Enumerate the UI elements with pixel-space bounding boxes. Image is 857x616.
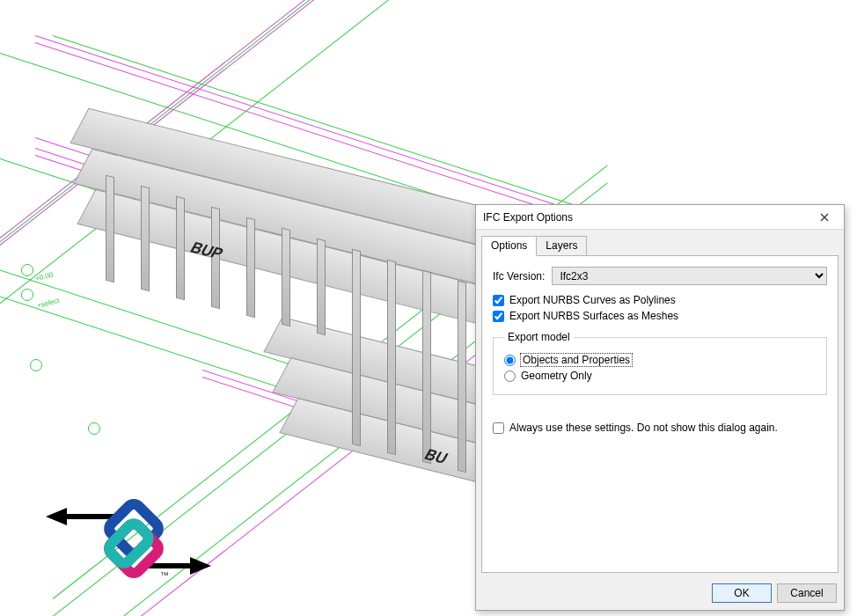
ifc-version-dropdown[interactable]: Ifc2x3 bbox=[552, 267, 827, 285]
label-geometry-only: Geometry Only bbox=[521, 370, 592, 382]
export-model-legend: Export model bbox=[504, 331, 574, 343]
ok-button[interactable]: OK bbox=[712, 583, 772, 603]
dialog-titlebar[interactable]: IFC Export Options bbox=[476, 205, 844, 230]
ifc-export-dialog: IFC Export Options Options Layers Ifc Ve… bbox=[475, 204, 845, 611]
tab-content-options: Ifc Version: Ifc2x3 Export NURBS Curves … bbox=[481, 255, 839, 573]
ifc-version-label: Ifc Version: bbox=[493, 270, 545, 282]
close-button[interactable] bbox=[810, 208, 839, 227]
export-model-group: Export model Objects and Properties Geom… bbox=[493, 331, 827, 395]
tabstrip: Options Layers bbox=[476, 230, 844, 255]
bim-logo: ™ bbox=[46, 493, 204, 590]
checkbox-nurbs-curves[interactable] bbox=[493, 295, 504, 306]
checkbox-always-use-settings[interactable] bbox=[493, 422, 504, 434]
label-always-use-settings: Always use these settings. Do not show t… bbox=[509, 422, 778, 434]
label-nurbs-curves: Export NURBS Curves as Polylines bbox=[509, 294, 676, 306]
dialog-footer: OK Cancel bbox=[476, 578, 844, 610]
tab-layers[interactable]: Layers bbox=[536, 236, 587, 256]
checkbox-nurbs-surfaces[interactable] bbox=[493, 311, 504, 322]
close-icon bbox=[820, 213, 829, 222]
tab-options[interactable]: Options bbox=[481, 236, 537, 256]
label-objects-properties: Objects and Properties bbox=[521, 354, 632, 366]
trademark: ™ bbox=[160, 570, 169, 580]
radio-geometry-only[interactable] bbox=[504, 370, 516, 382]
cancel-button[interactable]: Cancel bbox=[777, 583, 837, 603]
dialog-title: IFC Export Options bbox=[483, 211, 573, 224]
radio-objects-properties[interactable] bbox=[504, 355, 516, 366]
label-nurbs-surfaces: Export NURBS Surfaces as Meshes bbox=[509, 310, 678, 322]
